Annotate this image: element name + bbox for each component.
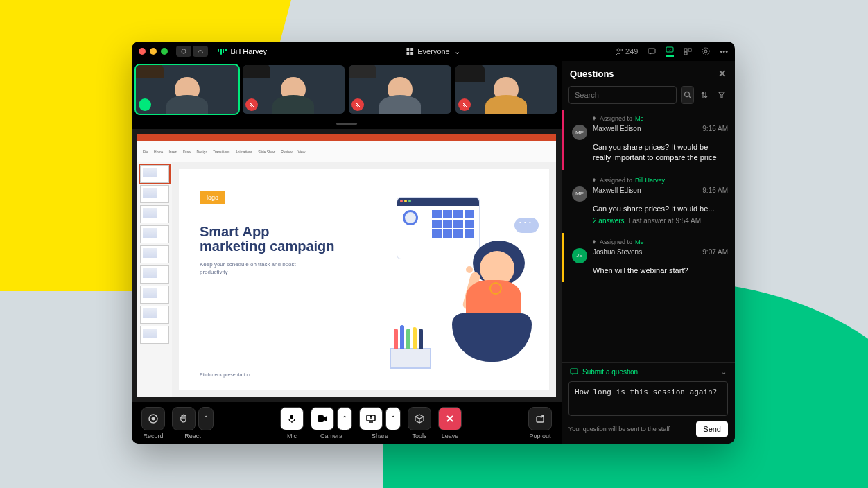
record-button[interactable]: [141, 407, 165, 430]
chat-button[interactable]: [648, 48, 656, 55]
powerpoint-window: FileHomeInsertDrawDesignTransitionsAnima…: [137, 134, 556, 397]
pin-icon: [591, 177, 597, 183]
tools-button[interactable]: [408, 407, 431, 430]
mic-muted-icon: [351, 98, 364, 111]
slide-thumb[interactable]: [140, 265, 169, 284]
popout-icon: [535, 414, 545, 424]
video-strip: [132, 61, 562, 118]
slide-thumb[interactable]: [140, 326, 169, 344]
apps-button[interactable]: [684, 48, 692, 55]
slide-thumb[interactable]: [140, 306, 169, 324]
shared-content: FileHomeInsertDrawDesignTransitionsAnima…: [132, 129, 562, 402]
slide-footer: Pitch deck presentation: [200, 372, 250, 377]
slide-thumb[interactable]: [140, 185, 169, 203]
svg-rect-4: [410, 48, 413, 51]
slide-thumb[interactable]: [140, 245, 169, 263]
filter-icon: [718, 91, 726, 99]
meeting-window: Bill Harvey Everyone ⌄ 249 ? •••: [132, 42, 735, 444]
svg-rect-3: [406, 48, 409, 51]
svg-rect-14: [684, 52, 687, 55]
slide-thumb[interactable]: [140, 165, 169, 183]
slide-logo: logo: [200, 191, 225, 204]
hand-icon: [178, 413, 189, 424]
question-input[interactable]: [568, 381, 728, 416]
svg-point-29: [684, 92, 689, 97]
question-item[interactable]: Assigned to Me JSJoshua Stevens9:07 AM W…: [562, 233, 735, 283]
participant-video[interactable]: [136, 65, 238, 114]
window-maximize-icon[interactable]: [161, 48, 168, 55]
avatar: JS: [572, 248, 587, 263]
participant-video[interactable]: [243, 65, 345, 114]
mic-button[interactable]: [280, 407, 304, 430]
audio-level-icon: [218, 49, 227, 55]
svg-rect-6: [410, 52, 413, 55]
filter-button[interactable]: [715, 86, 728, 104]
svg-rect-13: [688, 49, 691, 51]
record-icon: [148, 413, 159, 424]
mic-muted-icon: [458, 98, 471, 111]
apps-icon: [684, 48, 692, 55]
audio-settings-button[interactable]: [176, 46, 191, 57]
svg-point-8: [620, 49, 623, 51]
meeting-controls: Record ⌃ React Mic ⌃ Camera ⌃ Share: [132, 402, 562, 444]
search-button[interactable]: [681, 86, 694, 104]
settings-button[interactable]: [702, 47, 710, 55]
svg-text:?: ?: [669, 48, 672, 52]
svg-line-30: [689, 96, 691, 98]
participant-video[interactable]: [455, 65, 558, 114]
react-button[interactable]: [172, 407, 196, 430]
question-item[interactable]: Assigned to Me MEMaxwell Edison9:16 AM C…: [562, 110, 735, 170]
ellipsis-icon: •••: [720, 47, 728, 55]
participants-button[interactable]: 249: [616, 47, 638, 55]
slide-thumbnails[interactable]: [137, 162, 172, 397]
participant-video[interactable]: [349, 65, 451, 114]
slide-thumb[interactable]: [140, 225, 169, 243]
slide-thumb[interactable]: [140, 205, 169, 223]
search-input[interactable]: [568, 86, 677, 104]
grid-icon: [406, 48, 413, 55]
mic-on-icon: [139, 98, 151, 111]
camera-button[interactable]: [311, 407, 334, 430]
questions-button[interactable]: ?: [666, 46, 674, 57]
leave-button[interactable]: [438, 407, 462, 430]
sort-button[interactable]: [698, 86, 711, 104]
current-user-name: Bill Harvey: [231, 47, 268, 55]
popout-button[interactable]: [528, 407, 552, 430]
question-item[interactable]: Assigned to Bill Harvey MEMaxwell Edison…: [562, 171, 735, 232]
slide-title: Smart App marketing campaign: [200, 225, 338, 254]
svg-point-15: [704, 50, 707, 53]
svg-rect-9: [648, 49, 655, 53]
react-chevron-button[interactable]: ⌃: [198, 407, 214, 430]
question-submit-icon: [570, 368, 578, 376]
svg-point-16: [702, 48, 709, 55]
gear-icon: [702, 47, 710, 55]
svg-point-7: [617, 49, 620, 51]
layout-switcher[interactable]: Everyone ⌄: [406, 47, 460, 56]
question-hint: Your question will be sent to the staff: [568, 426, 670, 433]
question-icon: ?: [666, 46, 674, 54]
camera-chevron-button[interactable]: ⌃: [337, 407, 352, 430]
window-titlebar: Bill Harvey Everyone ⌄ 249 ? •••: [132, 42, 735, 61]
window-minimize-icon[interactable]: [150, 48, 157, 55]
search-icon: [684, 91, 692, 99]
svg-rect-5: [406, 52, 409, 55]
slide-thumb[interactable]: [140, 286, 169, 304]
share-button[interactable]: [359, 407, 383, 430]
slide-illustration: [355, 183, 535, 376]
mic-icon: [286, 413, 297, 424]
more-button[interactable]: •••: [720, 47, 728, 55]
close-panel-button[interactable]: ✕: [718, 68, 727, 79]
share-chevron-button[interactable]: ⌃: [385, 407, 401, 430]
submit-question-toggle[interactable]: Submit a question ⌄: [562, 362, 735, 381]
window-close-icon[interactable]: [139, 48, 146, 55]
svg-rect-31: [571, 369, 578, 374]
avatar: ME: [572, 125, 587, 140]
camera-icon: [317, 415, 328, 423]
mic-muted-icon: [245, 98, 258, 111]
people-icon: [616, 48, 623, 55]
svg-rect-28: [537, 417, 544, 422]
resize-handle[interactable]: [132, 118, 562, 129]
share-icon: [365, 414, 376, 424]
send-button[interactable]: Send: [696, 421, 728, 437]
network-status-button[interactable]: [193, 46, 208, 57]
